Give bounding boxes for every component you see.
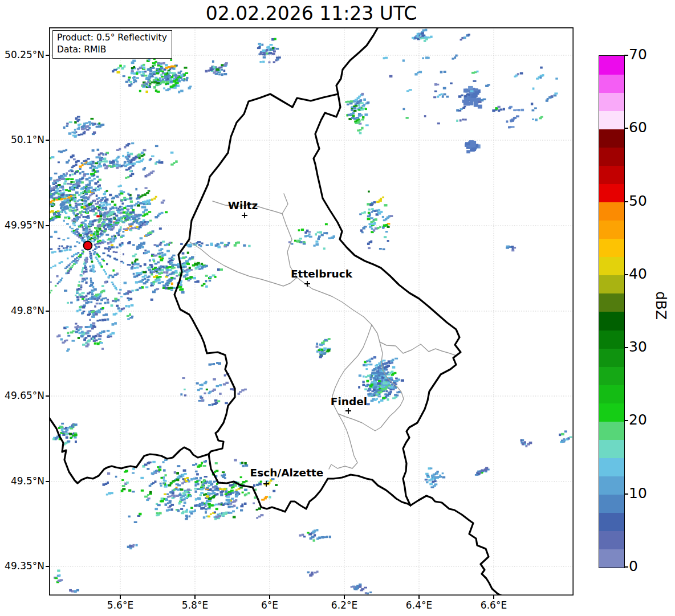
y-tick-mark xyxy=(46,481,49,482)
x-tick-mark xyxy=(269,595,270,599)
product-info-box: Product: 0.5° Reflectivity Data: RMIB xyxy=(52,30,172,59)
colorbar-segment xyxy=(599,549,624,568)
figure-title: 02.02.2026 11:23 UTC xyxy=(49,2,574,25)
colorbar-tick-mark xyxy=(624,420,628,421)
radar-site-marker xyxy=(84,242,92,250)
colorbar-segment xyxy=(599,531,624,550)
colorbar-tick-label: 40 xyxy=(629,266,669,282)
x-tick-mark xyxy=(493,595,494,599)
colorbar-tick-label: 70 xyxy=(629,46,669,63)
y-tick-mark xyxy=(46,225,49,226)
colorbar-segment xyxy=(599,330,624,349)
colorbar-tick-mark xyxy=(624,201,628,202)
colorbar-segment xyxy=(599,385,624,403)
colorbar-tick-label: 50 xyxy=(629,193,669,209)
x-tick-label: 5.8°E xyxy=(169,599,221,611)
colorbar-segment xyxy=(599,366,624,385)
y-tick-label: 50.1°N xyxy=(0,134,44,145)
colorbar-segment xyxy=(599,184,624,203)
colorbar-segment xyxy=(599,129,624,148)
colorbar-segment xyxy=(599,348,624,367)
colorbar-segment xyxy=(599,221,624,239)
colorbar-segment xyxy=(599,440,624,459)
y-tick-label: 50.25°N xyxy=(0,49,44,60)
colorbar-segment xyxy=(599,476,624,495)
colorbar-tick-label: 60 xyxy=(629,119,669,136)
y-tick-label: 49.8°N xyxy=(0,305,44,316)
colorbar-segment xyxy=(599,403,624,422)
colorbar-segment xyxy=(599,165,624,184)
x-tick-label: 6.2°E xyxy=(319,599,370,611)
x-tick-label: 6.4°E xyxy=(393,599,445,611)
city-label: Wiltz xyxy=(228,199,258,211)
x-tick-mark xyxy=(344,595,345,599)
colorbar-tick-label: 0 xyxy=(629,558,669,574)
data-source-line: Data: RMIB xyxy=(57,44,167,56)
city-marker xyxy=(304,281,310,287)
colorbar-segment xyxy=(599,495,624,513)
x-tick-label: 6.6°E xyxy=(468,599,519,611)
city-marker xyxy=(242,213,247,218)
colorbar-segment xyxy=(599,239,624,258)
radar-map: WiltzEttelbruckFindelEsch/Alzette xyxy=(49,27,574,595)
city-label: Findel xyxy=(331,395,367,407)
colorbar-tick-mark xyxy=(624,493,628,495)
colorbar-tick-mark xyxy=(624,128,628,129)
colorbar-tick-mark xyxy=(624,274,628,275)
y-tick-mark xyxy=(46,55,49,56)
reflectivity-colorbar xyxy=(599,55,625,568)
colorbar-segment xyxy=(599,202,624,221)
x-tick-label: 6°E xyxy=(244,599,295,611)
x-tick-mark xyxy=(418,595,420,599)
city-marker xyxy=(345,408,351,414)
colorbar-segment xyxy=(599,275,624,294)
city-label: Ettelbruck xyxy=(291,268,353,280)
y-tick-mark xyxy=(46,566,49,567)
x-tick-mark xyxy=(120,595,121,599)
colorbar-segment xyxy=(599,458,624,477)
colorbar-segment xyxy=(599,312,624,331)
colorbar-segment xyxy=(599,147,624,166)
colorbar-segment xyxy=(599,74,624,93)
colorbar-tick-label: 10 xyxy=(629,485,669,501)
y-tick-mark xyxy=(46,311,49,312)
y-tick-label: 49.5°N xyxy=(0,475,44,487)
colorbar-segment xyxy=(599,92,624,111)
colorbar-segment xyxy=(599,421,624,440)
colorbar-segment xyxy=(599,293,624,312)
colorbar-unit-label: dBZ xyxy=(653,291,669,320)
colorbar-segment xyxy=(599,257,624,276)
radar-figure: 02.02.2026 11:23 UTC WiltzEttelbruckFind… xyxy=(0,0,675,616)
colorbar-tick-label: 30 xyxy=(629,338,669,355)
product-line: Product: 0.5° Reflectivity xyxy=(57,32,167,44)
y-tick-label: 49.65°N xyxy=(0,390,44,401)
colorbar-tick-mark xyxy=(624,347,628,348)
map-plot-area: WiltzEttelbruckFindelEsch/Alzette Produc… xyxy=(49,27,574,595)
colorbar-segment xyxy=(599,111,624,129)
colorbar-segment xyxy=(599,56,624,75)
x-tick-label: 5.6°E xyxy=(95,599,146,611)
city-label: Esch/Alzette xyxy=(250,467,324,479)
x-tick-mark xyxy=(194,595,196,599)
y-tick-label: 49.35°N xyxy=(0,560,44,572)
y-tick-label: 49.95°N xyxy=(0,219,44,231)
colorbar-tick-mark xyxy=(624,55,628,56)
colorbar-tick-label: 20 xyxy=(629,411,669,428)
gridlines xyxy=(49,27,574,595)
y-tick-mark xyxy=(46,395,49,397)
y-tick-mark xyxy=(46,140,49,141)
colorbar-tick-mark xyxy=(624,566,628,568)
colorbar-segment xyxy=(599,513,624,532)
